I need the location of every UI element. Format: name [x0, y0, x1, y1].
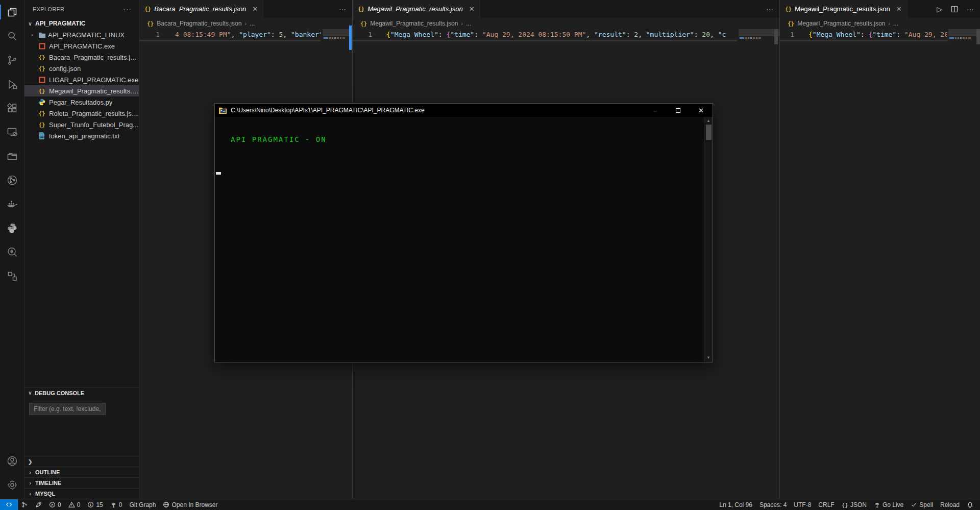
project-folder-icon[interactable]: [0, 144, 24, 168]
debug-console-filter-input[interactable]: [29, 403, 106, 415]
horizontal-scrollbar[interactable]: [139, 40, 321, 41]
status-git-graph[interactable]: Git Graph: [126, 499, 159, 510]
section-unnamed[interactable]: ❯: [24, 456, 139, 467]
debug-console-header[interactable]: ∨ DEBUG CONSOLE: [24, 387, 139, 398]
flow-nodes-icon[interactable]: [0, 264, 24, 288]
status-cursor-position[interactable]: Ln 1, Col 96: [716, 499, 756, 510]
explorer-icon[interactable]: [0, 0, 24, 24]
extensions-icon[interactable]: [0, 96, 24, 120]
tab-megawil-json-active[interactable]: {} Megawil_Pragmatic_results.json ✕: [780, 0, 908, 18]
run-and-debug-icon[interactable]: [0, 72, 24, 96]
more-actions-icon[interactable]: ···: [967, 5, 974, 13]
code-line[interactable]: 1 {"Mega_Wheel": {"time": "Aug 29, 2024 …: [353, 30, 779, 39]
status-label: 0: [119, 501, 122, 508]
docker-icon[interactable]: [0, 192, 24, 216]
chevron-right-icon: ❯: [27, 458, 34, 465]
explorer-more-icon[interactable]: ···: [123, 5, 132, 13]
status-indentation[interactable]: Spaces: 4: [756, 499, 790, 510]
more-actions-icon[interactable]: ···: [766, 5, 773, 13]
status-warnings[interactable]: 0: [65, 499, 84, 510]
tab-megawil-json[interactable]: {} Megawil_Pragmatic_results.json ✕: [353, 0, 480, 18]
status-git-branch[interactable]: [18, 499, 32, 510]
explorer-header: EXPLORER ···: [24, 0, 139, 18]
console-output-area[interactable]: API PRAGMATIC - ON: [215, 117, 704, 362]
file-row[interactable]: API_PRAGMATIC.exe: [24, 40, 139, 52]
console-title-bar[interactable]: C:\Users\Nino\Desktop\APIs1\API_PRAGMATI…: [215, 104, 713, 117]
json-file-icon: {}: [785, 6, 792, 12]
code-line[interactable]: 1 4 08:15:49 PM", "player": 5, "banker": [139, 30, 352, 39]
run-code-icon[interactable]: ▷: [937, 5, 942, 13]
split-editor-icon[interactable]: [950, 5, 959, 13]
breadcrumb[interactable]: {} Megawil_Pragmatic_results.json › ...: [780, 18, 980, 29]
tab-actions: ▷ ···: [937, 0, 980, 18]
braces-icon: {}: [842, 501, 848, 508]
horizontal-scrollbar[interactable]: [780, 40, 948, 41]
file-label: Bacara_Pragmatic_results.json: [49, 54, 139, 61]
file-row[interactable]: token_api_pragmatic.txt: [24, 130, 139, 141]
vertical-scrollbar[interactable]: [774, 29, 778, 44]
search-icon[interactable]: [0, 24, 24, 48]
breadcrumb[interactable]: {} Megawil_Pragmatic_results.json › ...: [353, 18, 779, 29]
status-reload[interactable]: Reload: [937, 499, 963, 510]
status-open-in-browser[interactable]: Open In Browser: [159, 499, 221, 510]
settings-gear-icon[interactable]: [0, 473, 24, 497]
git-graph-icon[interactable]: [0, 168, 24, 192]
minimap[interactable]: [323, 29, 352, 85]
status-encoding[interactable]: UTF-8: [790, 499, 815, 510]
status-eol[interactable]: CRLF: [815, 499, 838, 510]
status-go-live[interactable]: Go Live: [870, 499, 907, 510]
remote-explorer-icon[interactable]: [0, 120, 24, 144]
file-row[interactable]: {}Megawil_Pragmatic_results.j...: [24, 85, 139, 96]
minimap-slider: [739, 29, 779, 36]
breadcrumb[interactable]: {} Bacara_Pragmatic_results.json › ...: [139, 18, 352, 29]
python-icon[interactable]: [0, 216, 24, 240]
status-spell[interactable]: Spell: [907, 499, 937, 510]
maximize-icon[interactable]: [667, 104, 690, 117]
file-row[interactable]: Pegar_Resultados.py: [24, 96, 139, 108]
file-row[interactable]: {}Roleta_Pragmatic_results.json: [24, 108, 139, 119]
scrollbar-thumb[interactable]: [706, 125, 712, 140]
status-errors[interactable]: 0: [45, 499, 65, 510]
status-infos[interactable]: 15: [84, 499, 106, 510]
minimize-icon[interactable]: –: [644, 104, 667, 117]
console-window: C:\Users\Nino\Desktop\APIs1\API_PRAGMATI…: [214, 103, 713, 362]
explorer-title: EXPLORER: [33, 6, 64, 12]
account-icon[interactable]: [0, 449, 24, 473]
close-icon[interactable]: ✕: [690, 104, 713, 117]
file-row[interactable]: ›API_PRAGMATIC_LINUX: [24, 29, 139, 40]
status-language-mode[interactable]: {}JSON: [838, 499, 870, 510]
file-row[interactable]: {}config.json: [24, 63, 139, 74]
section-timeline[interactable]: › TIMELINE: [24, 477, 139, 488]
minimap[interactable]: [948, 29, 980, 85]
tab-bacara-json[interactable]: {} Bacara_Pragmatic_results.json ✕: [139, 0, 263, 18]
branch-icon: [21, 501, 28, 508]
vertical-scrollbar[interactable]: [976, 29, 980, 44]
status-label: Ln 1, Col 96: [719, 501, 752, 508]
json-file-icon: {}: [38, 65, 46, 72]
status-label: 15: [96, 501, 103, 508]
section-outline[interactable]: › OUTLINE: [24, 467, 139, 477]
console-output-text: API PRAGMATIC - ON: [231, 135, 327, 143]
file-row[interactable]: LIGAR_API_PRAGMATIC.exe: [24, 74, 139, 85]
file-row[interactable]: {}Super_Trunfo_Futebol_Prag...: [24, 119, 139, 130]
code-content: 4 08:15:49 PM", "player": 5, "banker": [175, 30, 321, 39]
source-control-icon[interactable]: [0, 48, 24, 72]
status-remote[interactable]: [0, 499, 18, 510]
status-notifications[interactable]: [963, 499, 977, 510]
status-live-reload-rocket[interactable]: [32, 499, 45, 510]
section-mysql[interactable]: › MYSQL: [24, 488, 139, 499]
close-icon[interactable]: ✕: [896, 5, 902, 13]
root-folder-row[interactable]: ∨ API_PRAGMATIC: [24, 18, 139, 29]
gitlens-icon[interactable]: [0, 240, 24, 264]
close-icon[interactable]: ✕: [469, 5, 475, 13]
more-actions-icon[interactable]: ···: [339, 5, 346, 13]
minimap[interactable]: [739, 29, 779, 85]
scroll-up-icon[interactable]: ▲: [704, 118, 713, 124]
horizontal-scrollbar[interactable]: [353, 40, 737, 41]
file-row[interactable]: {}Bacara_Pragmatic_results.json: [24, 52, 139, 63]
console-scrollbar[interactable]: ▲ ▼: [704, 117, 713, 362]
scroll-down-icon[interactable]: ▼: [704, 355, 713, 361]
file-label: LIGAR_API_PRAGMATIC.exe: [49, 76, 138, 84]
close-icon[interactable]: ✕: [252, 5, 258, 13]
status-ports[interactable]: 0: [107, 499, 126, 510]
